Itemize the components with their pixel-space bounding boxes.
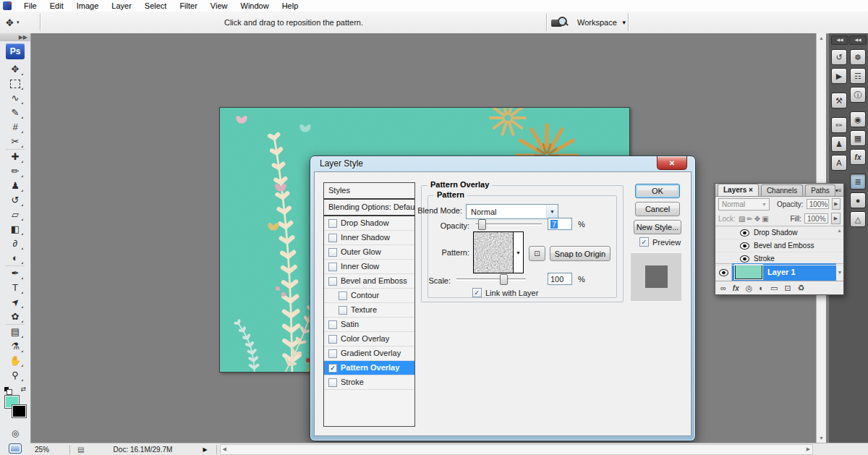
hand-tool[interactable]: ✋: [6, 354, 25, 368]
custom-shape-tool[interactable]: ✿: [6, 310, 25, 324]
link-layers-icon[interactable]: ∞: [720, 281, 726, 295]
zoom-level-field[interactable]: 25%: [30, 446, 67, 454]
color-panel-icon[interactable]: ◉: [850, 111, 866, 127]
menu-image[interactable]: Image: [70, 0, 106, 12]
fill-spinner-icon[interactable]: ▶: [831, 213, 841, 224]
layer-visibility-cell[interactable]: [715, 263, 732, 281]
paths-panel-icon[interactable]: △: [850, 211, 866, 227]
status-flyout-icon[interactable]: ▶: [203, 446, 207, 453]
style-item-outer-glow[interactable]: Outer Glow: [324, 245, 414, 260]
pen-tool[interactable]: ✒: [6, 265, 25, 281]
effect-row-bevel-and-emboss[interactable]: Bevel and Emboss: [715, 239, 843, 252]
effect-row-drop-shadow[interactable]: Drop Shadow: [715, 226, 843, 239]
history-brush-tool[interactable]: ↺: [6, 193, 25, 208]
tab-channels[interactable]: Channels: [761, 184, 803, 196]
crop-tool[interactable]: #: [6, 120, 25, 135]
new-pattern-preset-button[interactable]: ⊡: [529, 246, 545, 261]
navigator-panel-icon[interactable]: ☸: [850, 49, 866, 65]
lock-paint-icon[interactable]: ✏: [746, 215, 752, 223]
lasso-tool[interactable]: ∿: [6, 91, 25, 106]
swatches-panel-icon[interactable]: ▦: [850, 130, 866, 146]
healing-brush-tool[interactable]: ✚: [6, 149, 25, 164]
style-item-inner-glow-checkbox[interactable]: [328, 263, 337, 271]
horizontal-scrollbar[interactable]: ◀ ▶: [220, 444, 813, 455]
effect-row-stroke[interactable]: Stroke: [715, 252, 843, 265]
style-item-texture[interactable]: Texture: [324, 303, 414, 318]
eye-icon[interactable]: [719, 269, 728, 276]
scroll-down-icon[interactable]: ▼: [836, 263, 843, 281]
move-tool[interactable]: ✥: [6, 62, 25, 77]
notes-tool[interactable]: ▤: [6, 324, 25, 339]
brush-tool[interactable]: ✏: [6, 164, 25, 179]
style-item-inner-shadow-checkbox[interactable]: [328, 234, 337, 242]
toolbar-collapse-button[interactable]: ▶▶: [0, 33, 30, 41]
clone-source-panel-icon[interactable]: ♟: [831, 136, 847, 152]
style-item-satin-checkbox[interactable]: [328, 320, 337, 329]
style-item-gradient-overlay[interactable]: Gradient Overlay: [324, 346, 414, 361]
screen-mode-button[interactable]: [7, 442, 24, 455]
close-icon[interactable]: ✕: [657, 156, 687, 170]
scale-input[interactable]: 100: [548, 273, 572, 285]
menu-window[interactable]: Window: [234, 0, 276, 12]
chevron-down-icon[interactable]: ▼: [514, 232, 523, 273]
style-item-drop-shadow[interactable]: Drop Shadow: [324, 216, 414, 231]
scroll-up-icon[interactable]: ▲: [817, 33, 826, 43]
eye-icon[interactable]: [740, 255, 749, 263]
ok-button[interactable]: OK: [635, 184, 680, 198]
menu-help[interactable]: Help: [276, 0, 305, 12]
quick-selection-tool[interactable]: ✎: [6, 106, 25, 120]
tab-layers[interactable]: Layers ×: [718, 184, 759, 196]
eye-icon[interactable]: [740, 242, 749, 250]
pattern-picker[interactable]: ▼: [473, 231, 524, 273]
style-item-satin[interactable]: Satin: [324, 318, 414, 332]
scroll-down-icon[interactable]: ▼: [817, 433, 826, 443]
style-item-pattern-overlay[interactable]: ✓Pattern Overlay: [324, 361, 414, 375]
style-item-gradient-overlay-checkbox[interactable]: [328, 349, 337, 358]
smudge-tool[interactable]: ∂: [6, 237, 25, 251]
cancel-button[interactable]: Cancel: [635, 202, 680, 216]
layer-mask-icon[interactable]: ◎: [746, 281, 753, 295]
collapse-dock-icon[interactable]: ◀◀: [831, 35, 848, 45]
new-layer-icon[interactable]: ⊡: [784, 281, 791, 295]
channels-panel-icon[interactable]: ●: [850, 192, 866, 208]
eye-icon[interactable]: [740, 229, 749, 237]
tool-presets-panel-icon[interactable]: ⚒: [831, 93, 847, 109]
clone-stamp-tool[interactable]: ♟: [6, 179, 25, 193]
fill-value[interactable]: 100%: [804, 213, 828, 224]
scroll-right-icon[interactable]: ▶: [804, 445, 812, 453]
slice-tool[interactable]: ✂: [6, 135, 25, 149]
eraser-tool[interactable]: ▱: [6, 208, 25, 222]
rectangular-marquee-tool[interactable]: [6, 77, 25, 91]
info-panel-icon[interactable]: ⓘ: [850, 87, 866, 103]
gradient-tool[interactable]: ◧: [6, 222, 25, 237]
menu-select[interactable]: Select: [138, 0, 174, 12]
style-item-contour-checkbox[interactable]: [339, 292, 347, 300]
panel-menu-icon[interactable]: ▾≡: [835, 185, 842, 196]
default-colors-icon[interactable]: [4, 386, 13, 393]
swap-colors-icon[interactable]: ⇄: [20, 386, 26, 393]
style-item-color-overlay[interactable]: Color Overlay: [324, 332, 414, 346]
layer-row-layer1[interactable]: Layer 1 ▼: [715, 263, 843, 281]
background-color-swatch[interactable]: [12, 404, 27, 418]
eyedropper-tool[interactable]: ⚗: [6, 339, 25, 354]
collapse-dock-icon[interactable]: ◀◀: [849, 35, 867, 45]
style-item-pattern-overlay-checkbox[interactable]: ✓: [328, 364, 337, 373]
layer-thumbnail[interactable]: [735, 265, 762, 279]
dodge-tool[interactable]: ◐: [6, 251, 25, 265]
lock-all-icon[interactable]: ▣: [762, 215, 768, 223]
lock-transparency-icon[interactable]: ▨: [739, 215, 745, 223]
opacity-input[interactable]: 7: [548, 218, 572, 230]
layers-blend-mode-select[interactable]: Normal ▼: [718, 198, 770, 211]
layer-selected-area[interactable]: Layer 1: [732, 263, 836, 281]
tab-paths[interactable]: Paths: [805, 184, 835, 196]
menu-layer[interactable]: Layer: [105, 0, 138, 12]
scale-slider[interactable]: [456, 274, 526, 284]
style-item-color-overlay-checkbox[interactable]: [328, 335, 337, 344]
menu-edit[interactable]: Edit: [43, 0, 70, 12]
slider-thumb[interactable]: [500, 274, 508, 285]
histogram-panel-icon[interactable]: ☶: [850, 68, 866, 84]
scroll-left-icon[interactable]: ◀: [221, 445, 229, 453]
snap-to-origin-button[interactable]: Snap to Origin: [550, 246, 610, 261]
style-item-stroke[interactable]: Stroke: [324, 375, 414, 390]
actions-panel-icon[interactable]: ▶: [831, 68, 847, 84]
